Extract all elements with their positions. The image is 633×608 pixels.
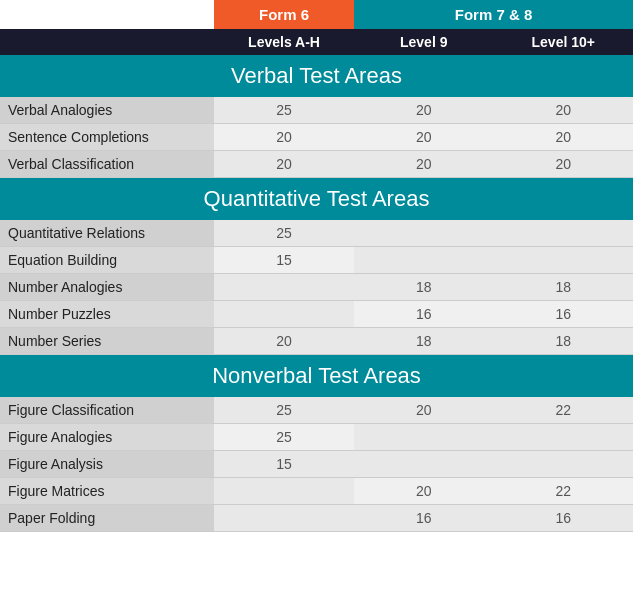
cell-l9 (354, 424, 494, 451)
cell-l10: 22 (493, 478, 633, 505)
form-header-row: Form 6 Form 7 & 8 (0, 0, 633, 29)
section-header-0: Verbal Test Areas (0, 55, 633, 97)
table-row: Paper Folding1616 (0, 505, 633, 532)
cell-l9 (354, 247, 494, 274)
table-row: Number Series201818 (0, 328, 633, 355)
cell-l9: 20 (354, 124, 494, 151)
cell-l10 (493, 247, 633, 274)
table-row: Verbal Classification202020 (0, 151, 633, 178)
form6-header: Form 6 (214, 0, 354, 29)
data-table: Form 6 Form 7 & 8 Levels A-H Level 9 Lev… (0, 0, 633, 532)
cell-f6 (214, 478, 354, 505)
main-table-container: Form 6 Form 7 & 8 Levels A-H Level 9 Lev… (0, 0, 633, 532)
cell-l9: 20 (354, 97, 494, 124)
cell-l10: 16 (493, 505, 633, 532)
row-label: Paper Folding (0, 505, 214, 532)
cell-f6: 15 (214, 451, 354, 478)
section-header-2: Nonverbal Test Areas (0, 355, 633, 398)
row-label: Figure Matrices (0, 478, 214, 505)
row-label: Equation Building (0, 247, 214, 274)
cell-f6: 20 (214, 151, 354, 178)
row-label: Verbal Analogies (0, 97, 214, 124)
table-row: Number Analogies1818 (0, 274, 633, 301)
row-label: Figure Analysis (0, 451, 214, 478)
cell-f6: 25 (214, 397, 354, 424)
cell-f6: 25 (214, 424, 354, 451)
section-title-1: Quantitative Test Areas (0, 178, 633, 221)
form78-header: Form 7 & 8 (354, 0, 633, 29)
cell-l9: 20 (354, 478, 494, 505)
cell-l10: 18 (493, 274, 633, 301)
table-row: Verbal Analogies252020 (0, 97, 633, 124)
cell-f6: 25 (214, 97, 354, 124)
cell-l9: 18 (354, 274, 494, 301)
row-label: Sentence Completions (0, 124, 214, 151)
row-label: Quantitative Relations (0, 220, 214, 247)
cell-l10: 22 (493, 397, 633, 424)
cell-l9: 20 (354, 397, 494, 424)
section-title-0: Verbal Test Areas (0, 55, 633, 97)
cell-l9: 16 (354, 301, 494, 328)
cell-l10: 20 (493, 151, 633, 178)
cell-l10 (493, 220, 633, 247)
cell-f6 (214, 274, 354, 301)
level9-header: Level 9 (354, 29, 494, 55)
table-row: Figure Analogies25 (0, 424, 633, 451)
table-row: Figure Classification252022 (0, 397, 633, 424)
cell-l10: 16 (493, 301, 633, 328)
cell-f6 (214, 505, 354, 532)
level-header-row: Levels A-H Level 9 Level 10+ (0, 29, 633, 55)
section-title-2: Nonverbal Test Areas (0, 355, 633, 398)
cell-f6: 25 (214, 220, 354, 247)
row-label: Figure Classification (0, 397, 214, 424)
row-label: Number Puzzles (0, 301, 214, 328)
section-header-1: Quantitative Test Areas (0, 178, 633, 221)
cell-f6 (214, 301, 354, 328)
cell-l10: 20 (493, 124, 633, 151)
cell-l9 (354, 220, 494, 247)
cell-f6: 15 (214, 247, 354, 274)
table-row: Figure Matrices2022 (0, 478, 633, 505)
row-label: Number Series (0, 328, 214, 355)
cell-f6: 20 (214, 328, 354, 355)
row-label: Verbal Classification (0, 151, 214, 178)
cell-l10: 20 (493, 97, 633, 124)
table-row: Quantitative Relations25 (0, 220, 633, 247)
row-label: Figure Analogies (0, 424, 214, 451)
table-row: Number Puzzles1616 (0, 301, 633, 328)
table-row: Figure Analysis15 (0, 451, 633, 478)
empty-header-cell (0, 0, 214, 29)
table-row: Sentence Completions202020 (0, 124, 633, 151)
level10-header: Level 10+ (493, 29, 633, 55)
cell-l9: 18 (354, 328, 494, 355)
cell-l10: 18 (493, 328, 633, 355)
cell-l10 (493, 424, 633, 451)
cell-l10 (493, 451, 633, 478)
empty-level-cell (0, 29, 214, 55)
cell-l9: 16 (354, 505, 494, 532)
cell-l9: 20 (354, 151, 494, 178)
row-label: Number Analogies (0, 274, 214, 301)
cell-f6: 20 (214, 124, 354, 151)
table-row: Equation Building15 (0, 247, 633, 274)
cell-l9 (354, 451, 494, 478)
levels-ah-header: Levels A-H (214, 29, 354, 55)
